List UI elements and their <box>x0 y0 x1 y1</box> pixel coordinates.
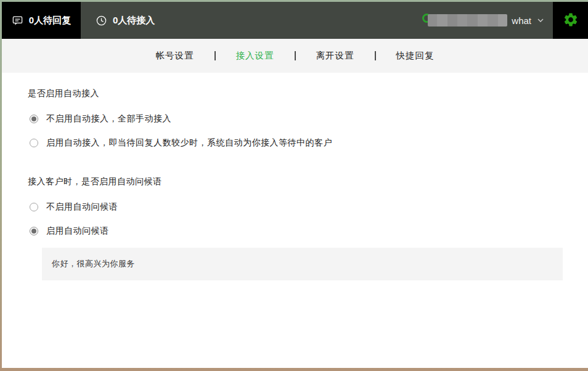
settings-tabbar: 帐号设置 接入设置 离开设置 快捷回复 <box>2 39 588 73</box>
radio-option-no-greeting[interactable]: 不启用自动问候语 <box>30 202 588 213</box>
tab-account-settings[interactable]: 帐号设置 <box>156 50 194 62</box>
radio-option-auto-connect[interactable]: 启用自动接入，即当待回复人数较少时，系统自动为你接入等待中的客户 <box>30 137 588 149</box>
radio-button[interactable] <box>30 115 38 123</box>
gear-icon <box>563 12 579 28</box>
account-menu[interactable]: what <box>422 2 545 39</box>
topbar-spacer <box>155 2 422 39</box>
waiting-connect-counter[interactable]: 0人待接入 <box>81 2 155 39</box>
settings-content: 是否启用自动接入 不启用自动接入，全部手动接入 启用自动接入，即当待回复人数较少… <box>2 73 588 368</box>
radio-button[interactable] <box>30 203 38 211</box>
avatar <box>422 13 507 28</box>
tab-quick-replies[interactable]: 快捷回复 <box>396 50 435 62</box>
settings-button[interactable] <box>553 2 588 39</box>
radio-label: 启用自动问候语 <box>46 226 109 237</box>
waiting-reply-label: 0人待回复 <box>29 15 71 26</box>
chevron-down-icon[interactable] <box>536 15 545 25</box>
radio-label: 不启用自动问候语 <box>46 202 118 213</box>
radio-label: 启用自动接入，即当待回复人数较少时，系统自动为你接入等待中的客户 <box>46 137 332 149</box>
waiting-connect-label: 0人待接入 <box>113 15 155 26</box>
greeting-heading: 接入客户时，是否启用自动问候语 <box>28 176 588 187</box>
tab-separator <box>214 51 216 60</box>
topbar: 0人待回复 0人待接入 what <box>2 2 588 39</box>
radio-button[interactable] <box>30 139 38 147</box>
auto-connect-heading: 是否启用自动接入 <box>28 88 588 99</box>
radio-option-manual-connect[interactable]: 不启用自动接入，全部手动接入 <box>30 113 588 124</box>
redacted-account-name <box>428 14 507 26</box>
app-window: 0人待回复 0人待接入 what 帐号设置 <box>2 2 588 368</box>
radio-button[interactable] <box>30 227 38 235</box>
waiting-reply-counter[interactable]: 0人待回复 <box>2 2 81 39</box>
radio-option-enable-greeting[interactable]: 启用自动问候语 <box>30 226 588 237</box>
chat-bubble-icon <box>12 15 23 26</box>
tab-connect-settings[interactable]: 接入设置 <box>236 50 274 62</box>
tab-separator <box>295 51 296 60</box>
clock-icon <box>96 15 107 26</box>
radio-label: 不启用自动接入，全部手动接入 <box>46 113 171 124</box>
tab-away-settings[interactable]: 离开设置 <box>316 50 354 62</box>
account-name: what <box>512 15 531 26</box>
greeting-message-box[interactable]: 你好，很高兴为你服务 <box>42 248 563 280</box>
tab-separator <box>375 51 376 60</box>
